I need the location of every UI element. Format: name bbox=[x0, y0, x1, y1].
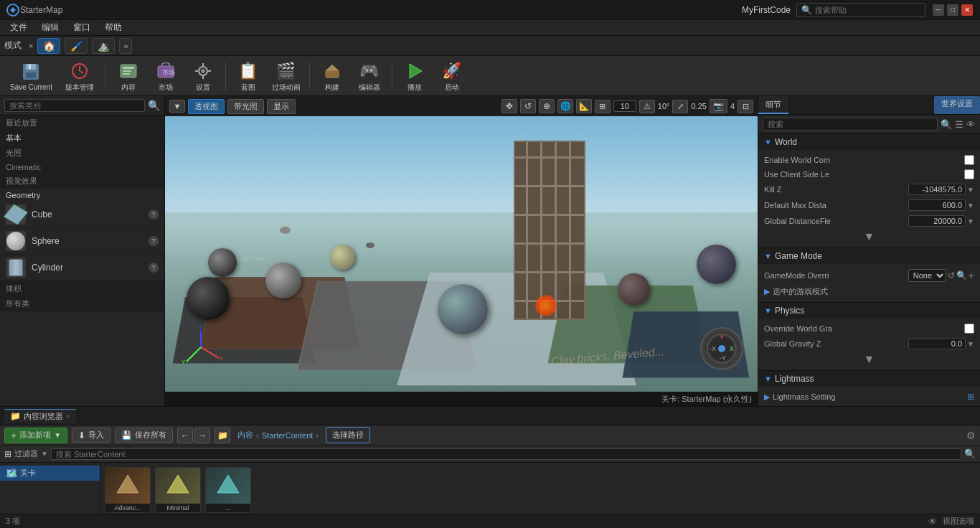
content-search-input[interactable] bbox=[51, 448, 961, 460]
build-button[interactable]: 构建 bbox=[314, 58, 350, 94]
content-browser-tab[interactable]: 📁 内容浏览器 × bbox=[4, 409, 76, 423]
content-path-item[interactable]: 内容 bbox=[237, 430, 253, 440]
gamemode-reset-btn[interactable]: ↺ bbox=[948, 270, 955, 280]
viewport-scene[interactable]: X Y Z Y -Y X -X bbox=[165, 116, 758, 392]
basic-header[interactable]: 基本 bbox=[0, 131, 164, 146]
blueprint-button[interactable]: 📋 蓝图 bbox=[230, 58, 266, 94]
cylinder-item[interactable]: Cylinder ? bbox=[0, 255, 164, 281]
asset-thumb-1[interactable]: Minimal bbox=[155, 467, 201, 513]
save-all-button[interactable]: 💾 保存所有 bbox=[115, 428, 173, 443]
content-button[interactable]: 内容 bbox=[110, 58, 146, 94]
menu-file[interactable]: 文件 bbox=[3, 20, 34, 35]
kill-z-dropdown[interactable]: ▼ bbox=[967, 186, 974, 194]
menu-window[interactable]: 窗口 bbox=[66, 20, 98, 35]
game-mode-select[interactable]: None bbox=[908, 269, 946, 282]
content-browser-tab-close[interactable]: × bbox=[66, 412, 70, 420]
world-expand-btn[interactable]: ▼ bbox=[864, 230, 875, 242]
gravity-dropdown[interactable]: ▼ bbox=[967, 340, 974, 348]
mode-btn-paint[interactable]: 🖌️ bbox=[65, 38, 88, 54]
lightmass-link-icon[interactable]: ⊞ bbox=[967, 392, 974, 402]
viewport-dropdown-btn[interactable]: ▼ bbox=[169, 100, 185, 113]
editor-button[interactable]: 🎮 编辑器 bbox=[352, 58, 387, 94]
category-search-input[interactable] bbox=[4, 99, 145, 112]
angle-toggle-btn[interactable]: ⚠ bbox=[639, 100, 655, 113]
filter-dropdown[interactable]: ▼ bbox=[41, 450, 48, 458]
cinematic-button[interactable]: 🎬 过场动画 bbox=[268, 58, 305, 94]
selected-game-mode-expand[interactable]: ▶ bbox=[764, 287, 770, 296]
settings-icon-bottom[interactable]: ⚙ bbox=[966, 430, 976, 441]
content-search-icon[interactable]: 🔍 bbox=[964, 448, 976, 459]
path-icon[interactable]: 📁 bbox=[215, 428, 230, 443]
camera-speed-btn[interactable]: 📷 bbox=[710, 99, 727, 113]
mode-btn-place[interactable]: 🏠 bbox=[37, 38, 60, 54]
grid-size-input[interactable]: 10 bbox=[613, 100, 636, 112]
recently-placed-header[interactable]: 最近放置 bbox=[0, 116, 164, 131]
add-new-dropdown-icon[interactable]: ▼ bbox=[54, 431, 61, 439]
viewport[interactable]: ▼ 透视图 带光照 显示 ✥ ↺ ⊕ 🌐 📐 ⊞ 10 ⚠ 10° ⤢ 0.25… bbox=[165, 96, 758, 406]
eye-icon[interactable]: 👁 bbox=[966, 119, 976, 130]
close-button[interactable]: ✕ bbox=[961, 4, 973, 16]
physics-expand-btn[interactable]: ▼ bbox=[864, 353, 875, 365]
sphere-item[interactable]: Sphere ? bbox=[0, 228, 164, 255]
geometry-header[interactable]: Geometry bbox=[0, 189, 164, 202]
override-gravity-checkbox[interactable] bbox=[964, 324, 974, 334]
visual-header[interactable]: 视觉效果 bbox=[0, 174, 164, 189]
lighting-header[interactable]: 光照 bbox=[0, 146, 164, 161]
title-search[interactable]: 🔍 bbox=[796, 3, 925, 17]
translate-btn[interactable]: ✥ bbox=[501, 99, 517, 113]
all-header[interactable]: 所有类 bbox=[0, 296, 164, 311]
game-mode-header[interactable]: ▼ Game Mode bbox=[758, 248, 980, 264]
asset-thumb-0[interactable]: Advanc... bbox=[105, 467, 151, 513]
gamemode-search-btn[interactable]: 🔍 bbox=[956, 270, 967, 280]
menu-edit[interactable]: 编辑 bbox=[34, 20, 66, 35]
volumes-header[interactable]: 体积 bbox=[0, 281, 164, 296]
enable-world-comp-checkbox[interactable] bbox=[964, 155, 974, 165]
surface-snap-btn[interactable]: 📐 bbox=[576, 99, 592, 113]
scale-snap-btn[interactable]: ⤢ bbox=[672, 100, 688, 113]
menu-help[interactable]: 帮助 bbox=[98, 20, 129, 35]
perspective-btn[interactable]: 透视图 bbox=[188, 99, 225, 114]
lightmass-expand[interactable]: ▶ bbox=[764, 392, 770, 402]
expand-modes[interactable]: » bbox=[119, 38, 132, 54]
physics-header[interactable]: ▼ Physics bbox=[758, 303, 980, 319]
settings-button[interactable]: 设置 bbox=[185, 58, 221, 94]
world-section-header[interactable]: ▼ World bbox=[758, 134, 980, 150]
global-dist-dropdown[interactable]: ▼ bbox=[967, 217, 974, 225]
rotate-btn[interactable]: ↺ bbox=[520, 99, 536, 113]
modes-close[interactable]: × bbox=[29, 42, 33, 50]
add-new-button[interactable]: + 添加新项 ▼ bbox=[4, 428, 67, 443]
maximize-button[interactable]: □ bbox=[947, 4, 958, 16]
market-button[interactable]: 市场 市场 bbox=[148, 58, 184, 94]
cylinder-info[interactable]: ? bbox=[149, 263, 159, 273]
minimize-button[interactable]: ─ bbox=[933, 4, 944, 16]
mode-btn-landscape[interactable]: ⛰️ bbox=[92, 38, 115, 54]
maximize-vp-btn[interactable]: ⊡ bbox=[738, 100, 753, 113]
title-search-input[interactable] bbox=[815, 6, 915, 14]
play-button[interactable]: 播放 bbox=[397, 58, 433, 94]
view-options-label[interactable]: 视图选项 bbox=[943, 516, 974, 527]
nav-forward-button[interactable]: → bbox=[194, 428, 210, 443]
save-current-button[interactable]: Save Current bbox=[6, 58, 57, 94]
grid-toggle-btn[interactable]: ⊞ bbox=[595, 100, 611, 113]
scale-btn[interactable]: ⊕ bbox=[539, 99, 555, 113]
cube-item[interactable]: Cube ? bbox=[0, 202, 164, 228]
map-tree-item[interactable]: 🗺️ 关卡 bbox=[0, 466, 100, 481]
asset-thumb-2[interactable]: ... bbox=[205, 467, 251, 513]
nav-back-button[interactable]: ← bbox=[177, 428, 193, 443]
version-mgmt-button[interactable]: 版本管理 bbox=[58, 58, 101, 94]
lighting-btn[interactable]: 带光照 bbox=[227, 99, 264, 114]
max-dist-dropdown[interactable]: ▼ bbox=[967, 202, 974, 209]
gamemode-add-btn[interactable]: + bbox=[969, 270, 974, 281]
sphere-info[interactable]: ? bbox=[149, 236, 159, 246]
world-settings-tab[interactable]: 世界设置 bbox=[934, 96, 980, 114]
client-side-checkbox[interactable] bbox=[964, 169, 974, 179]
import-button[interactable]: ⬇ 导入 bbox=[72, 428, 110, 443]
world-btn[interactable]: 🌐 bbox=[557, 99, 573, 113]
viewport-gizmo[interactable]: Y -Y X -X bbox=[700, 327, 743, 370]
view-toggle-icon[interactable]: ☰ bbox=[955, 119, 963, 130]
details-tab[interactable]: 细节 bbox=[758, 96, 789, 114]
display-btn[interactable]: 显示 bbox=[267, 99, 296, 114]
cinematic-header[interactable]: Cinematic bbox=[0, 161, 164, 174]
cube-info[interactable]: ? bbox=[149, 209, 159, 220]
starter-content-path-item[interactable]: StarterContent bbox=[262, 431, 314, 440]
